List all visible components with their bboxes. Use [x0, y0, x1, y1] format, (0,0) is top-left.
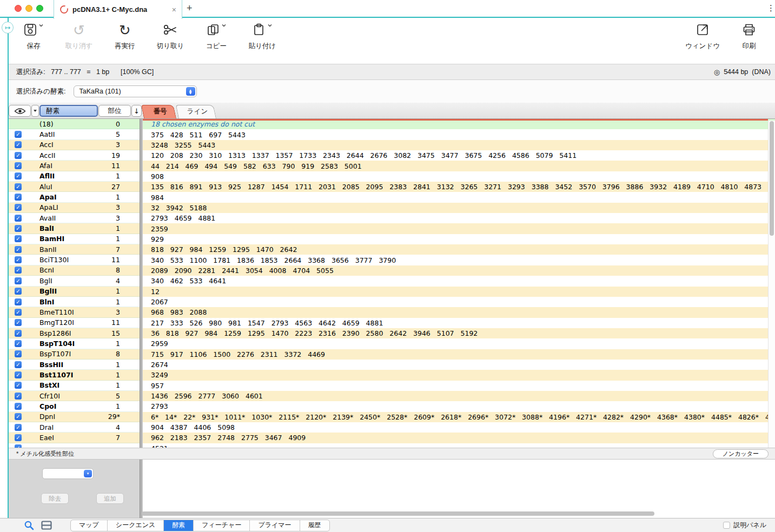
enzyme-checkbox[interactable]: ✓ — [15, 235, 22, 242]
enzyme-name[interactable]: AccI — [39, 141, 103, 149]
new-tab-button[interactable]: + — [187, 3, 193, 14]
cut-button[interactable]: 切り取り — [151, 23, 189, 51]
enzyme-checkbox[interactable]: ✓ — [15, 204, 22, 211]
enzyme-name[interactable]: Bsp1286I — [39, 329, 103, 337]
enzyme-checkbox[interactable]: ✓ — [15, 319, 22, 326]
copy-button[interactable]: コピー — [197, 23, 235, 51]
visibility-menu-button[interactable] — [31, 105, 39, 117]
enzyme-name[interactable]: DraI — [39, 423, 103, 431]
tab-history[interactable]: 履歴 — [300, 520, 329, 531]
description-panel-toggle[interactable]: 説明パネル — [723, 521, 766, 530]
enzyme-name[interactable]: Bst1107I — [39, 371, 103, 379]
enzyme-checkbox[interactable]: ✓ — [15, 393, 22, 400]
enzyme-cut-positions[interactable]: 2793 — [143, 401, 775, 411]
enzyme-checkbox[interactable]: ✓ — [15, 371, 22, 378]
enzyme-cut-positions[interactable]: 1436 2596 2777 3060 4601 — [143, 391, 775, 401]
enzyme-checkbox[interactable]: ✓ — [15, 215, 22, 222]
horizontal-scrollbar-thumb[interactable] — [142, 511, 654, 516]
enzyme-set-dropdown[interactable]: TaKaRa (101) ▲ ▼ — [74, 85, 197, 97]
vertical-scrollbar-thumb[interactable] — [770, 121, 774, 236]
enzyme-checkbox[interactable]: ✓ — [15, 267, 22, 274]
tab-lines[interactable]: ライン — [178, 105, 216, 118]
close-tab-icon[interactable]: × — [172, 6, 176, 14]
enzyme-name[interactable]: BlnI — [39, 298, 103, 306]
vertical-scrollbar[interactable] — [768, 121, 775, 448]
description-panel-checkbox[interactable] — [723, 522, 730, 529]
enzyme-name[interactable]: AatII — [39, 130, 103, 138]
magnifier-icon[interactable] — [24, 520, 35, 531]
enzyme-checkbox[interactable]: ✓ — [15, 298, 22, 305]
enzyme-name[interactable]: BssHII — [39, 361, 103, 369]
enzyme-cut-positions[interactable]: 217 333 526 980 981 1547 2793 4563 4642 … — [143, 318, 775, 328]
tab-enzymes[interactable]: 酵素 — [164, 520, 194, 531]
enzyme-name[interactable]: BamHI — [39, 235, 103, 243]
enzyme-checkbox[interactable]: ✓ — [15, 141, 22, 148]
noncutter-button[interactable]: ノンカッター — [713, 449, 769, 458]
enzyme-cut-positions[interactable]: 2793 4659 4881 — [143, 213, 775, 223]
enzyme-cut-positions[interactable]: 715 917 1106 1500 2276 2311 3372 4469 — [143, 349, 775, 360]
enzyme-cut-positions[interactable]: 957 — [143, 381, 775, 391]
enzyme-cut-positions[interactable]: 818 927 984 1259 1295 1470 2642 — [143, 244, 775, 255]
enzyme-name[interactable]: BciT130I — [39, 256, 103, 264]
enzyme-cut-positions[interactable]: 3249 — [143, 370, 775, 380]
sort-by-sites-button[interactable]: 部位 — [98, 105, 131, 117]
enzyme-cut-positions[interactable]: 36 818 927 984 1259 1295 1470 2223 2316 … — [143, 328, 775, 338]
enzyme-cut-positions[interactable]: 904 4387 4406 5098 — [143, 422, 775, 433]
visibility-button[interactable] — [9, 105, 31, 117]
enzyme-name[interactable]: BanII — [39, 245, 103, 254]
paste-button[interactable]: 貼り付け — [243, 23, 281, 51]
close-window-button[interactable] — [15, 5, 22, 12]
sort-direction-button[interactable]: ↓ — [131, 105, 142, 117]
enzyme-cut-positions[interactable]: 2089 2090 2281 2441 3054 4008 4704 5055 — [143, 265, 775, 276]
enzyme-checkbox[interactable]: ✓ — [15, 277, 22, 284]
enzyme-checkbox[interactable]: ✓ — [15, 183, 22, 190]
enzyme-name[interactable]: AvaII — [39, 214, 103, 222]
enzyme-cut-positions[interactable]: 44 214 469 494 549 582 633 790 919 2583 … — [143, 161, 775, 171]
enzyme-checkbox[interactable]: ✓ — [15, 382, 22, 389]
enzyme-cut-positions[interactable]: 6* 14* 22* 931* 1011* 1030* 2115* 2120* … — [143, 412, 775, 422]
save-button[interactable]: 保存 — [15, 23, 52, 51]
enzyme-checkbox[interactable]: ✓ — [15, 194, 22, 201]
enzyme-checkbox[interactable]: ✓ — [15, 256, 22, 263]
enzyme-checkbox[interactable]: ✓ — [15, 225, 22, 232]
enzyme-checkbox[interactable]: ✓ — [15, 172, 22, 179]
enzyme-name[interactable]: BspT107I — [39, 350, 103, 358]
enzyme-cut-positions[interactable]: 32 3942 5188 — [143, 203, 775, 213]
enzyme-cut-positions[interactable]: 12 — [143, 287, 775, 297]
enzyme-checkbox[interactable]: ✓ — [15, 152, 22, 159]
tab-sequence[interactable]: シークエンス — [108, 520, 164, 531]
enzyme-checkbox[interactable]: ✓ — [15, 246, 22, 253]
enzyme-checkbox[interactable]: ✓ — [15, 131, 22, 138]
enzyme-checkbox[interactable]: ✓ — [15, 309, 22, 316]
enzyme-cut-positions[interactable]: 984 — [143, 192, 775, 202]
enzyme-cut-positions[interactable]: 340 533 1100 1781 1836 1853 2664 3368 36… — [143, 255, 775, 265]
enzyme-cut-positions[interactable]: 135 816 891 913 925 1287 1454 1711 2031 … — [143, 182, 775, 192]
enzyme-checkbox[interactable]: ✓ — [15, 361, 22, 368]
enzyme-cut-positions[interactable]: 968 983 2088 — [143, 307, 775, 317]
enzyme-name[interactable]: CpoI — [39, 402, 103, 410]
enzyme-name[interactable]: BcnI — [39, 266, 103, 274]
enzyme-name[interactable]: BstXI — [39, 381, 103, 389]
window-button[interactable]: ウィンドウ — [684, 23, 721, 51]
enzyme-name[interactable]: AflII — [39, 172, 103, 180]
enzyme-name[interactable]: AluI — [39, 183, 103, 191]
enzyme-checkbox[interactable]: ✓ — [15, 162, 22, 169]
tab-primers[interactable]: プライマー — [250, 520, 300, 531]
file-tab[interactable]: pcDNA3.1+ C-Myc.dna × — [54, 0, 182, 19]
zoom-window-button[interactable] — [36, 5, 43, 12]
redo-button[interactable]: ↻ 再実行 — [106, 23, 144, 51]
enzyme-checkbox[interactable]: ✓ — [15, 288, 22, 295]
enzyme-name[interactable]: BglII — [39, 287, 103, 295]
enzyme-cut-positions[interactable]: 3248 3255 5443 — [143, 140, 775, 150]
split-view-icon[interactable] — [41, 521, 52, 530]
overflow-menu-icon[interactable]: ⋮ — [767, 3, 775, 13]
enzyme-cut-positions[interactable]: 375 428 511 697 5443 — [143, 129, 775, 139]
enzyme-cut-positions[interactable]: 2067 — [143, 297, 775, 307]
tab-features[interactable]: フィーチャー — [194, 520, 250, 531]
enzyme-name[interactable]: ApaI — [39, 193, 103, 201]
tab-map[interactable]: マップ — [71, 520, 108, 531]
enzyme-name[interactable]: ApaLI — [39, 203, 103, 211]
enzyme-name[interactable]: Cfr10I — [39, 392, 103, 400]
enzyme-checkbox[interactable]: ✓ — [15, 340, 22, 347]
enzyme-checkbox[interactable]: ✓ — [15, 350, 22, 357]
